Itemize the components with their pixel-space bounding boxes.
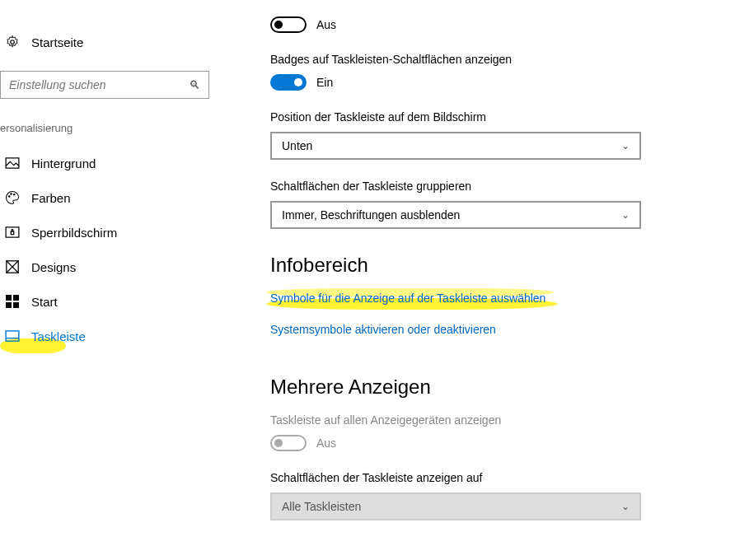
select-multi-buttons: Alle Taskleisten ⌄ <box>270 492 641 520</box>
toggle-badges[interactable] <box>270 74 307 91</box>
setting-label-multi-buttons: Schaltflächen der Taskleiste anzeigen au… <box>270 471 702 484</box>
toggle-state: Ein <box>316 76 333 89</box>
select-grouping[interactable]: Immer, Beschriftungen ausblenden ⌄ <box>270 201 641 229</box>
setting-badges: Badges auf Taskleisten-Schaltflächen anz… <box>270 53 702 91</box>
chevron-down-icon: ⌄ <box>621 140 630 152</box>
start-icon <box>5 294 20 309</box>
svg-rect-5 <box>6 227 19 237</box>
sidebar: Startseite 🔍︎ ersonalisierung Hintergrun… <box>0 0 214 560</box>
setting-label-badges: Badges auf Taskleisten-Schaltflächen anz… <box>270 53 702 66</box>
sidebar-startpage[interactable]: Startseite <box>0 25 214 59</box>
gear-icon <box>5 35 20 49</box>
chevron-down-icon: ⌄ <box>621 209 630 221</box>
category-label: ersonalisierung <box>0 110 214 146</box>
search-icon: 🔍︎ <box>189 78 200 91</box>
sidebar-item-hintergrund[interactable]: Hintergrund <box>0 146 214 180</box>
sidebar-item-taskleiste[interactable]: Taskleiste <box>0 319 214 353</box>
picture-icon <box>5 156 20 170</box>
link-select-icons[interactable]: Symbole für die Anzeige auf der Taskleis… <box>270 292 545 305</box>
search-input[interactable] <box>9 78 189 91</box>
sidebar-startpage-label: Startseite <box>31 35 83 49</box>
sidebar-item-start[interactable]: Start <box>0 284 214 319</box>
main-content: Aus Badges auf Taskleisten-Schaltflächen… <box>214 0 735 560</box>
sidebar-item-farben[interactable]: Farben <box>0 180 214 215</box>
setting-multi-toggle: Taskleiste auf allen Anzeigegeräten anze… <box>270 413 702 451</box>
taskbar-icon <box>5 329 20 343</box>
chevron-down-icon: ⌄ <box>621 501 630 512</box>
themes-icon <box>5 259 20 274</box>
sidebar-item-designs[interactable]: Designs <box>0 250 214 284</box>
svg-rect-9 <box>13 295 19 301</box>
sidebar-item-label: Taskleiste <box>31 329 86 343</box>
select-value: Unten <box>282 139 312 152</box>
section-title-infobereich: Infobereich <box>270 254 702 277</box>
select-value: Immer, Beschriftungen ausblenden <box>282 208 460 222</box>
sidebar-item-label: Designs <box>31 260 76 274</box>
setting-label-multi: Taskleiste auf allen Anzeigegeräten anze… <box>270 413 702 427</box>
sidebar-item-label: Hintergrund <box>31 156 96 170</box>
setting-position: Position der Taskleiste auf dem Bildschi… <box>270 110 702 160</box>
svg-rect-10 <box>6 302 12 308</box>
svg-point-2 <box>9 196 11 198</box>
select-value: Alle Taskleisten <box>282 500 361 513</box>
sidebar-item-label: Sperrbildschirm <box>31 226 117 240</box>
setting-label-grouping: Schaltflächen der Taskleiste gruppieren <box>270 180 702 193</box>
setting-label-position: Position der Taskleiste auf dem Bildschi… <box>270 110 702 124</box>
svg-point-3 <box>11 194 12 195</box>
select-position[interactable]: Unten ⌄ <box>270 132 641 160</box>
svg-rect-12 <box>6 331 19 341</box>
toggle-state: Aus <box>316 18 336 31</box>
sidebar-item-sperrbildschirm[interactable]: Sperrbildschirm <box>0 215 214 250</box>
toggle-unknown[interactable] <box>270 16 307 33</box>
section-title-multi: Mehrere Anzeigen <box>270 376 702 399</box>
svg-rect-11 <box>13 302 19 308</box>
setting-grouping: Schaltflächen der Taskleiste gruppieren … <box>270 180 702 229</box>
search-box[interactable]: 🔍︎ <box>0 71 209 99</box>
svg-rect-1 <box>6 158 19 168</box>
setting-multi-buttons: Schaltflächen der Taskleiste anzeigen au… <box>270 471 702 520</box>
svg-point-4 <box>14 194 16 196</box>
toggle-multi <box>270 435 307 451</box>
setting-toggle-top: Aus <box>270 16 702 33</box>
palette-icon <box>5 190 20 205</box>
svg-rect-8 <box>6 295 12 301</box>
svg-point-0 <box>11 40 15 44</box>
sidebar-item-label: Start <box>31 295 58 309</box>
svg-rect-6 <box>11 231 14 235</box>
sidebar-item-label: Farben <box>31 191 71 205</box>
link-system-icons[interactable]: Systemsymbole aktivieren oder deaktivier… <box>270 323 496 336</box>
toggle-state: Aus <box>316 436 336 450</box>
lockscreen-icon <box>5 225 20 240</box>
